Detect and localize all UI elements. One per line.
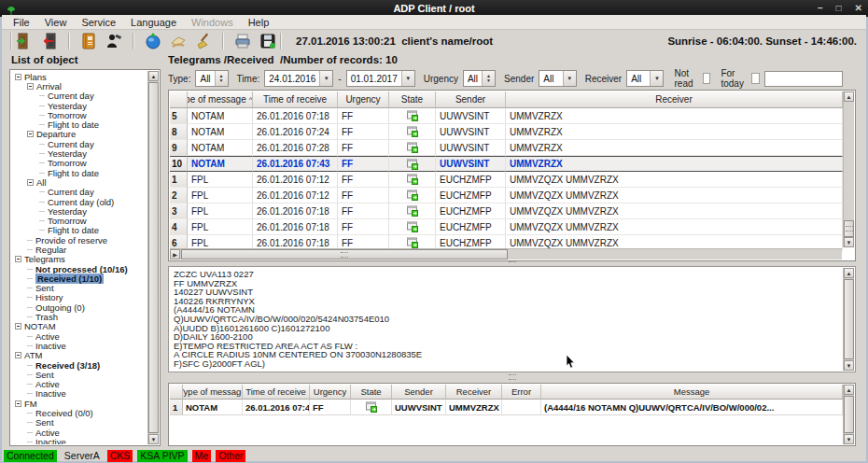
table-row[interactable]: 9NOTAM26.01.2016 07:28FFUUWVSINTUMMVZRZX [170, 140, 843, 156]
column-header-receiver[interactable]: Receiver [506, 91, 843, 108]
tree-item-yesterday[interactable]: Yesterday [11, 206, 147, 216]
tree-item-telegrams[interactable]: Telegrams [11, 255, 147, 264]
tree-expander-icon[interactable] [15, 256, 21, 262]
message-vscrollbar[interactable] [843, 268, 854, 371]
scroll-down-icon[interactable] [148, 434, 159, 444]
spinner-icon[interactable] [482, 71, 495, 86]
tree-item-active[interactable]: Active [11, 428, 147, 437]
column-header-sender[interactable]: Sender [436, 91, 506, 108]
tree-item-not-processed-10-16[interactable]: Not processed (10/16) [11, 264, 147, 274]
quick-filter-input[interactable] [764, 71, 843, 87]
scroll-right-icon[interactable] [170, 249, 180, 260]
scroll-down-icon[interactable] [844, 434, 854, 444]
column-header-urgency[interactable]: Urgency [338, 91, 389, 108]
table-row[interactable]: 8NOTAM26.01.2016 07:24FFUUWVSINTUMMVZRZX [170, 124, 843, 140]
minimize-button[interactable]: – [818, 4, 823, 13]
tree-item-flight-to-date[interactable]: Flight to date [11, 226, 147, 235]
column-header-row-number[interactable] [170, 91, 188, 108]
scroll-down-icon[interactable] [844, 360, 854, 371]
tree-item-provide-of-reserve[interactable]: Provide of reserve [11, 235, 147, 245]
clean-icon[interactable] [194, 32, 213, 50]
tree-item-sent[interactable]: Sent [11, 284, 147, 293]
date-from-combo[interactable]: 24.01.2016 [264, 70, 333, 87]
table-row[interactable]: 1NOTAM26.01.2016 07:43FFUUWVSINTUMMVZRZX… [170, 400, 843, 415]
table-hscrollbar[interactable] [170, 248, 842, 260]
tree-item-tomorrow[interactable]: Tomorrow [11, 159, 147, 168]
chevron-down-icon[interactable] [563, 71, 576, 86]
column-header-type-of-message[interactable]: Type of message^ [188, 91, 253, 108]
column-header-error[interactable]: Error [502, 385, 541, 400]
scroll-up-icon[interactable] [844, 91, 854, 102]
tree-item-inactive[interactable]: Inactive [11, 389, 147, 399]
tree-item-received-0-0[interactable]: Received (0/0) [11, 408, 147, 417]
tree-item-trash[interactable]: Trash [11, 312, 147, 321]
tree-expander-icon[interactable] [27, 131, 34, 137]
scrollbar-thumb[interactable] [181, 249, 508, 260]
tree-scrollbar[interactable] [147, 71, 159, 444]
tree-item-yesterday[interactable]: Yesterday [11, 148, 147, 158]
splitter-handle[interactable] [168, 374, 856, 379]
chevron-down-icon[interactable] [401, 71, 414, 86]
menu-language[interactable]: Language [123, 16, 184, 29]
date-to-combo[interactable]: 01.01.2017 [346, 70, 415, 87]
tree-item-inactive[interactable]: Inactive [11, 437, 147, 444]
table-row[interactable]: 4FPL26.01.2016 07:18FFEUCHZMFPUMMVZQZX U… [170, 219, 843, 235]
tree-item-arrival[interactable]: Arrival [11, 81, 147, 91]
table-row[interactable]: 5NOTAM26.01.2016 07:18FFUUWVSINTUMMVZRZX [170, 108, 843, 124]
tree-item-inactive[interactable]: Inactive [11, 341, 147, 350]
spinner-icon[interactable] [215, 71, 228, 86]
tree-item-flight-to-date[interactable]: Flight to date [11, 168, 147, 177]
save-icon[interactable] [259, 32, 277, 50]
scrollbar-thumb[interactable] [844, 396, 854, 433]
tree-expander-icon[interactable] [15, 323, 21, 330]
telegram-message-view[interactable]: ZCZC UVA113 0227 FF UMMVZRZX 140227 UUWV… [168, 266, 856, 372]
scroll-up-icon[interactable] [844, 385, 854, 395]
scroll-down-icon[interactable] [844, 237, 854, 247]
globe-icon[interactable] [144, 32, 162, 50]
scrollbar-thumb[interactable] [844, 220, 854, 237]
tree-item-all[interactable]: All [11, 177, 147, 187]
scrollbar-thumb[interactable] [844, 279, 854, 359]
tree-item-regular[interactable]: Regular [11, 245, 147, 254]
column-header-row-number[interactable] [170, 385, 183, 400]
tree-item-current-day[interactable]: Current day [11, 188, 147, 197]
column-header-time-of-receive[interactable]: Time of receive [243, 385, 310, 400]
tree-item-current-day[interactable]: Current day [11, 139, 147, 148]
address-book-icon[interactable] [79, 32, 98, 50]
column-header-state[interactable]: State [389, 91, 436, 108]
tree-item-active[interactable]: Active [11, 380, 147, 389]
tree-item-sent[interactable]: Sent [11, 418, 147, 428]
tree-item-flight-to-date[interactable]: Flight to date [11, 119, 147, 129]
scrollbar-thumb[interactable] [148, 82, 159, 433]
menu-service[interactable]: Service [74, 16, 123, 29]
column-header-urgency[interactable]: Urgency [310, 385, 351, 400]
column-header-time-of-receive[interactable]: Time of receive [253, 91, 338, 108]
table-row[interactable]: 10NOTAM26.01.2016 07:43FFUUWVSINTUMMVZRZ… [170, 156, 843, 172]
urgency-filter-combo[interactable]: All [463, 70, 496, 87]
tree-item-history[interactable]: History [11, 293, 147, 302]
tree-expander-icon[interactable] [15, 352, 21, 358]
tree-item-received-3-18[interactable]: Received (3/18) [11, 360, 147, 370]
table-row[interactable]: 2FPL26.01.2016 07:12FFEUCHZMFPUMMVZQZX U… [170, 188, 843, 203]
tree-item-current-day-old[interactable]: Current day (old) [11, 197, 147, 206]
tree-item-tomorrow[interactable]: Tomorrow [11, 110, 147, 119]
printer-icon[interactable] [233, 32, 252, 50]
column-header-sender[interactable]: Sender [392, 385, 446, 400]
scroll-up-icon[interactable] [844, 268, 854, 278]
tree-item-active[interactable]: Active [11, 331, 147, 341]
tree-expander-icon[interactable] [27, 83, 34, 90]
tree-item-tomorrow[interactable]: Tomorrow [11, 216, 147, 225]
scroll-up-icon[interactable] [148, 71, 159, 81]
menu-view[interactable]: View [37, 16, 75, 29]
login-door-icon[interactable] [15, 32, 34, 50]
maximize-button[interactable]: □ [836, 4, 842, 13]
column-header-type-of-message[interactable]: Type of message [183, 385, 243, 400]
logout-door-icon[interactable] [40, 32, 59, 50]
tree-item-atm[interactable]: ATM [11, 351, 147, 360]
menu-windows[interactable]: Windows [184, 16, 241, 29]
column-header-receiver[interactable]: Receiver [446, 385, 502, 400]
tree-expander-icon[interactable] [15, 400, 21, 407]
not-read-checkbox[interactable] [703, 73, 711, 84]
sender-filter-combo[interactable]: All [539, 70, 576, 87]
tree-expander-icon[interactable] [27, 179, 34, 186]
